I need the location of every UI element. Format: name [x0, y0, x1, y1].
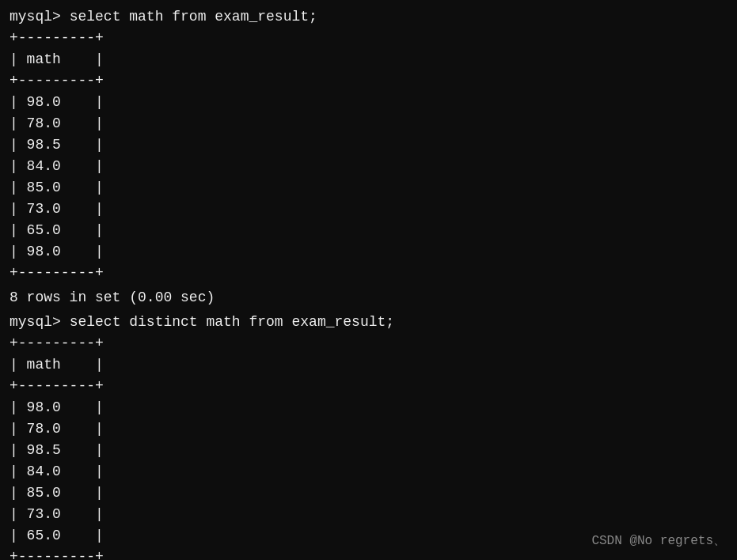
table1-border-mid: +---------+: [9, 70, 728, 92]
table-row: | 78.0 |: [9, 418, 728, 440]
table-row: | 98.5 |: [9, 440, 728, 461]
table-row: | 73.0 |: [9, 199, 728, 220]
query2-line: mysql> select distinct math from exam_re…: [9, 312, 728, 333]
table-row: | 98.0 |: [9, 397, 728, 418]
table-row: | 84.0 |: [9, 156, 728, 177]
table-row: | 84.0 |: [9, 461, 728, 482]
table2-header: | math |: [9, 354, 728, 376]
watermark: CSDN @No regrets、: [591, 532, 726, 549]
result1: 8 rows in set (0.00 sec): [9, 287, 728, 308]
table-row: | 85.0 |: [9, 177, 728, 199]
table1-border-bot: +---------+: [9, 263, 728, 284]
table2-rows: | 98.0 || 78.0 || 98.5 || 84.0 || 85.0 |…: [9, 397, 728, 547]
table-row: | 98.5 |: [9, 134, 728, 156]
command2: select distinct math from exam_result;: [70, 314, 394, 330]
table1-header: | math |: [9, 49, 728, 70]
command1: select math from exam_result;: [70, 9, 317, 25]
table-row: | 65.0 |: [9, 220, 728, 241]
table-row: | 98.0 |: [9, 241, 728, 263]
query1-line: mysql> select math from exam_result;: [9, 6, 728, 28]
table-row: | 85.0 |: [9, 482, 728, 504]
prompt1: mysql>: [9, 9, 70, 25]
table1-rows: | 98.0 || 78.0 || 98.5 || 84.0 || 85.0 |…: [9, 92, 728, 263]
table-row: | 98.0 |: [9, 92, 728, 113]
table2-border-top: +---------+: [9, 333, 728, 354]
table-row: | 73.0 |: [9, 504, 728, 525]
table-row: | 78.0 |: [9, 113, 728, 134]
table2-border-mid: +---------+: [9, 376, 728, 397]
table1-border-top: +---------+: [9, 28, 728, 49]
prompt2: mysql>: [9, 314, 70, 330]
terminal: mysql> select math from exam_result; +--…: [9, 6, 728, 554]
